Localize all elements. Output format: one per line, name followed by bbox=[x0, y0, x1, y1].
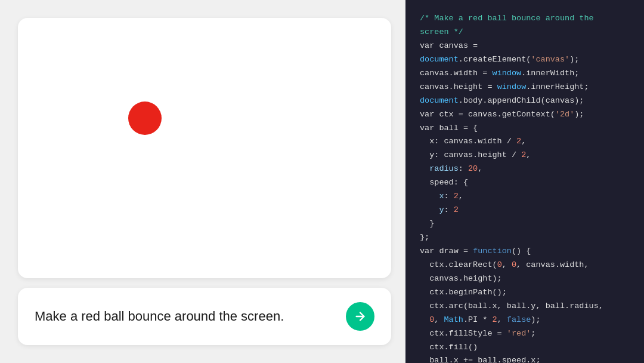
code-line: radius: 20, bbox=[420, 162, 630, 176]
code-line: ctx.beginPath(); bbox=[420, 286, 630, 300]
code-line: screen */ bbox=[420, 26, 630, 39]
code-line: var ctx = canvas.getContext('2d'); bbox=[420, 108, 630, 122]
code-line: ctx.fill() bbox=[420, 341, 630, 355]
code-token: 0 bbox=[497, 260, 502, 269]
code-token: canvas.height); bbox=[420, 274, 502, 283]
code-token: ctx = canvas.getContext( bbox=[439, 110, 555, 119]
code-token: 2 bbox=[454, 192, 459, 201]
code-token: , canvas.width, bbox=[516, 260, 589, 269]
code-line: /* Make a red ball bounce around the bbox=[420, 12, 630, 26]
code-token: canvas = bbox=[439, 41, 482, 50]
code-token: ); bbox=[574, 110, 584, 119]
canvas-card bbox=[18, 18, 391, 278]
code-token: } bbox=[420, 219, 434, 228]
code-line: } bbox=[420, 217, 630, 231]
code-line: canvas.width = window.innerWidth; bbox=[420, 67, 630, 81]
code-panel: /* Make a red ball bounce around thescre… bbox=[405, 0, 644, 363]
code-token: }; bbox=[420, 233, 429, 242]
code-token: ); bbox=[531, 315, 540, 324]
code-token: draw = bbox=[439, 247, 473, 256]
code-line: ball.x += ball.speed.x; bbox=[420, 354, 630, 363]
code-token: document bbox=[420, 96, 459, 105]
code-token: .innerHeight; bbox=[526, 82, 589, 91]
code-token: , bbox=[434, 315, 444, 324]
code-token: .innerWidth; bbox=[521, 69, 579, 78]
code-line: y: canvas.height / 2, bbox=[420, 149, 630, 162]
code-line: canvas.height); bbox=[420, 272, 630, 286]
code-token: ctx.arc(ball.x, ball.y, ball.radius, bbox=[420, 302, 603, 310]
code-line: document.createElement('canvas'); bbox=[420, 53, 630, 67]
code-token: 2 bbox=[454, 205, 459, 214]
code-token: 20 bbox=[468, 164, 478, 173]
code-token bbox=[420, 315, 429, 324]
red-ball bbox=[128, 101, 162, 135]
code-line: document.body.appendChild(canvas); bbox=[420, 94, 630, 108]
code-line: 0, Math.PI * 2, false); bbox=[420, 313, 630, 327]
code-token: : bbox=[459, 164, 468, 173]
code-token: , bbox=[478, 164, 482, 173]
code-token: var bbox=[420, 247, 439, 256]
code-line: var draw = function() { bbox=[420, 245, 630, 259]
code-token: : bbox=[444, 205, 454, 214]
code-line: ctx.fillStyle = 'red'; bbox=[420, 327, 630, 341]
code-token: y bbox=[439, 205, 444, 214]
code-token bbox=[420, 205, 439, 214]
code-line: ctx.clearRect(0, 0, canvas.width, bbox=[420, 259, 630, 272]
code-token: var bbox=[420, 41, 439, 50]
code-token: document bbox=[420, 55, 459, 64]
code-token: .body.appendChild(canvas); bbox=[459, 96, 584, 105]
code-line: speed: { bbox=[420, 176, 630, 190]
code-line: ctx.arc(ball.x, ball.y, ball.radius, bbox=[420, 300, 630, 313]
code-line: canvas.height = window.innerHeight; bbox=[420, 81, 630, 94]
code-token: ctx.fillStyle = bbox=[420, 329, 507, 338]
code-token: , bbox=[526, 150, 531, 159]
code-token: , bbox=[521, 137, 526, 146]
code-token: window bbox=[493, 69, 522, 78]
left-panel: Make a red ball bounce around the screen… bbox=[0, 0, 405, 363]
code-token: ball.x += bbox=[420, 356, 478, 363]
arrow-button[interactable] bbox=[346, 302, 374, 331]
code-line: x: 2, bbox=[420, 190, 630, 204]
code-line: x: canvas.width / 2, bbox=[420, 135, 630, 149]
code-token: ctx.fill() bbox=[420, 343, 478, 352]
code-token: ctx.clearRect( bbox=[420, 260, 497, 269]
code-token: 0 bbox=[512, 260, 516, 269]
code-token: canvas.height = bbox=[420, 82, 497, 91]
code-token: '2d' bbox=[555, 110, 574, 119]
code-token: window bbox=[497, 82, 527, 91]
code-token: y: canvas.height / bbox=[420, 150, 521, 159]
code-token: screen */ bbox=[420, 27, 463, 36]
code-token: false bbox=[507, 315, 531, 324]
code-token: .createElement( bbox=[459, 55, 531, 64]
code-line: var canvas = bbox=[420, 39, 630, 53]
code-token: ball.speed.x; bbox=[478, 356, 540, 363]
code-token: , bbox=[502, 260, 512, 269]
code-token: : bbox=[444, 192, 454, 201]
prompt-text: Make a red ball bounce around the screen… bbox=[35, 307, 284, 326]
code-token: ; bbox=[531, 329, 535, 338]
code-token: x: canvas.width / bbox=[420, 137, 516, 146]
code-token: 'canvas' bbox=[531, 55, 569, 64]
code-token: radius bbox=[429, 164, 459, 173]
code-token: function bbox=[473, 247, 512, 256]
code-token bbox=[420, 164, 429, 173]
code-token: ball = { bbox=[439, 124, 478, 133]
code-token: ); bbox=[569, 55, 579, 64]
code-line: }; bbox=[420, 231, 630, 245]
code-token: , bbox=[497, 315, 507, 324]
code-line: var ball = { bbox=[420, 122, 630, 136]
code-token: speed: { bbox=[420, 178, 468, 187]
code-token: 'red' bbox=[507, 329, 531, 338]
code-token: 2 bbox=[493, 315, 497, 324]
code-token: /* Make a red ball bounce around the bbox=[420, 14, 594, 23]
code-token: canvas.width = bbox=[420, 69, 493, 78]
code-token bbox=[420, 192, 439, 201]
code-token: , bbox=[459, 192, 463, 201]
code-token: .PI * bbox=[463, 315, 493, 324]
code-line: y: 2 bbox=[420, 204, 630, 217]
code-token: var bbox=[420, 124, 439, 133]
code-token: Math bbox=[444, 315, 463, 324]
code-token: 2 bbox=[516, 137, 521, 146]
code-token: () { bbox=[512, 247, 531, 256]
code-token: x bbox=[439, 192, 444, 201]
